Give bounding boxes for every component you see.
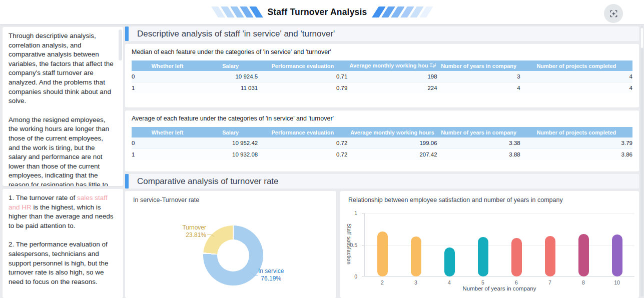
x-tick-label: 10 — [608, 280, 625, 286]
column-header[interactable]: Average monthly working hou — [347, 60, 437, 71]
table-cell: 207.42 — [347, 149, 437, 160]
header-stripes-left — [214, 6, 259, 18]
table-cell: 0 — [132, 71, 203, 82]
column-header[interactable]: Performance evaluation — [258, 127, 347, 138]
section-accent-bar — [125, 26, 129, 41]
header-stripes-right — [375, 6, 430, 18]
bar-4-years[interactable] — [444, 248, 455, 276]
column-header[interactable]: Whether left — [132, 60, 203, 71]
table-cell: 0.71 — [258, 71, 347, 82]
x-tick-label: 3 — [407, 280, 424, 286]
table-cell: 0.72 — [258, 138, 347, 149]
bar-5-years[interactable] — [478, 237, 488, 276]
sidebar-scrollbar-thumb[interactable] — [119, 30, 122, 60]
x-tick-label: 4 — [441, 280, 458, 286]
y-tick-label: 0 — [340, 274, 357, 280]
column-header[interactable]: Number of projects completed — [520, 60, 632, 71]
column-header[interactable]: Number of years in company — [437, 60, 520, 71]
finding-item-2: 2. The performance evaluation of salespe… — [3, 240, 123, 286]
table-row: 010 952.420.72199.063.383.79 — [132, 138, 632, 149]
y-axis-line — [364, 213, 365, 276]
table-cell: 3 — [437, 71, 520, 82]
table-cell: 1 — [132, 82, 203, 94]
table-cell: 11 031 — [203, 82, 258, 94]
average-table: Whether leftSalaryPerformance evaluation… — [132, 127, 632, 160]
table-cell: 10 924.5 — [203, 71, 258, 82]
section-descriptive-header: Descriptive analysis of staff 'in servic… — [125, 26, 639, 41]
section-descriptive-title: Descriptive analysis of staff 'in servic… — [129, 29, 335, 39]
gridline — [364, 213, 634, 214]
column-header[interactable]: Salary — [203, 127, 258, 138]
table-cell: 198 — [347, 71, 437, 82]
table-cell: 10 952.42 — [203, 138, 258, 149]
dashboard-app: Staff Turnover Analysis Through descript… — [0, 0, 644, 298]
table-cell: 4 — [520, 82, 632, 94]
bar-chart-plot-area — [364, 213, 634, 276]
column-header[interactable]: Salary — [203, 60, 258, 71]
bar-10-years[interactable] — [612, 234, 622, 276]
bar-2-years[interactable] — [377, 232, 388, 276]
donut-hole — [217, 240, 249, 272]
finding-1-prefix: 1. The turnover rate of — [9, 194, 77, 202]
table-row: 111 0310.7922444 — [132, 82, 632, 94]
donut-chart-panel: In service-Turnover rate Turnover 23.81%… — [125, 191, 336, 298]
sidebar-findings-panel: 1. The turnover rate of sales staff and … — [3, 189, 123, 298]
column-header[interactable]: Number of projects completed — [520, 127, 632, 138]
column-header[interactable]: Performance evaluation — [258, 60, 347, 71]
x-tick-label: 7 — [541, 280, 558, 286]
table-cell: 4 — [520, 71, 632, 82]
page-scrollbar-track[interactable] — [640, 26, 643, 296]
bar-3-years[interactable] — [411, 236, 421, 276]
dashboard-grid-icon — [609, 10, 618, 18]
finding-item-3: 3. Employee resignation is not — [3, 296, 123, 298]
median-table: Whether leftSalaryPerformance evaluation… — [132, 60, 632, 94]
x-tick-label: 6 — [508, 280, 525, 286]
bar-chart-title: Relationship between employee satisfacti… — [348, 196, 563, 204]
overview-paragraph-1: Through descriptive analysis, correlatio… — [3, 27, 123, 106]
column-header[interactable]: Number of years in company — [437, 127, 520, 138]
column-header[interactable]: Average monthly working hours — [347, 127, 437, 138]
table-cell: 199.06 — [347, 138, 437, 149]
y-tick-mark — [362, 276, 364, 277]
donut-turnover-name: Turnover — [182, 224, 206, 232]
table-cell: 3.86 — [520, 149, 632, 160]
finding-item-1: 1. The turnover rate of sales staff and … — [3, 189, 123, 230]
donut-chart[interactable] — [203, 226, 263, 286]
donut-inservice-name: In service — [258, 268, 284, 275]
column-header[interactable]: Whether left — [132, 127, 203, 138]
donut-label-inservice: In service 76.19% — [258, 268, 284, 282]
expand-button[interactable] — [604, 4, 623, 23]
page-scrollbar-thumb[interactable] — [640, 28, 643, 48]
bar-7-years[interactable] — [545, 236, 555, 276]
table-cell: 3.79 — [520, 138, 632, 149]
y-tick-mark — [362, 213, 364, 214]
table-cell: 10 932.08 — [203, 149, 258, 160]
bar-8-years[interactable] — [578, 234, 589, 276]
section-comparative-title: Comparative analysis of turnover rate — [129, 176, 279, 186]
median-table-subtitle: Median of each feature under the categor… — [132, 48, 639, 56]
bar-chart-panel: Relationship between employee satisfacti… — [340, 191, 639, 298]
x-tick-label: 2 — [374, 280, 391, 286]
bar-chart-x-axis-title: Number of years in company — [364, 286, 634, 292]
table-cell: 3.88 — [437, 149, 520, 160]
x-tick-label: 5 — [474, 280, 491, 286]
section-accent-bar — [125, 174, 129, 188]
table-cell: 0.79 — [258, 82, 347, 94]
table-cell: 1 — [132, 149, 203, 160]
bar-6-years[interactable] — [511, 238, 522, 276]
page-title: Staff Turnover Analysis — [267, 7, 367, 18]
gridline — [364, 245, 634, 246]
donut-inservice-value: 76.19% — [258, 275, 284, 282]
table-cell: 0.72 — [258, 149, 347, 160]
y-tick-mark — [362, 245, 364, 246]
average-table-card: Average of each feature under the catego… — [125, 110, 639, 172]
table-cell: 0 — [132, 138, 203, 149]
header-bar: Staff Turnover Analysis — [0, 0, 644, 24]
sort-icon[interactable] — [430, 62, 436, 69]
table-cell: 3.38 — [437, 138, 520, 149]
table-row: 110 932.080.72207.423.883.86 — [132, 149, 632, 160]
donut-chart-title: In service-Turnover rate — [133, 196, 199, 204]
donut-turnover-value: 23.81% — [182, 232, 206, 239]
y-tick-label: 0.5 — [340, 242, 357, 248]
y-tick-label: 1 — [340, 210, 357, 216]
